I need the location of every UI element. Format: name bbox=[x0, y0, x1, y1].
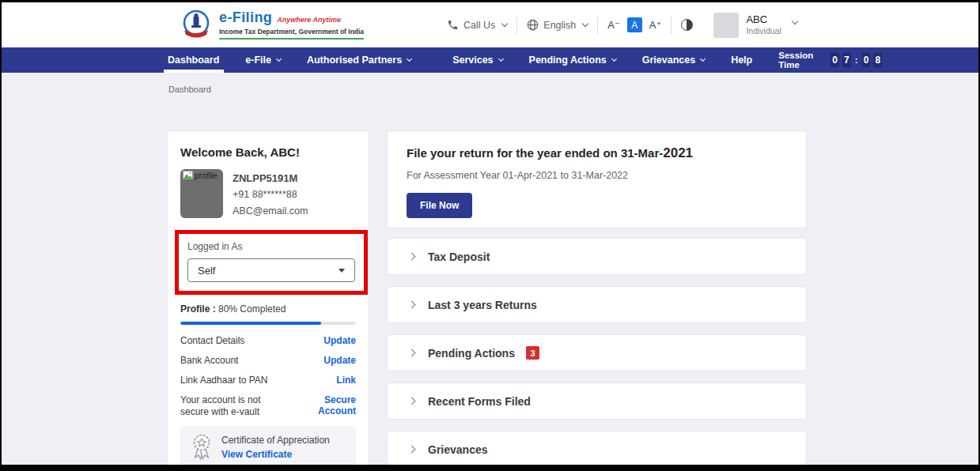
profile-action-links: Contact Details Update Bank Account Upda… bbox=[180, 335, 356, 418]
call-us-menu[interactable]: Call Us bbox=[447, 19, 507, 31]
language-menu[interactable]: English bbox=[527, 19, 588, 31]
nav-item-grievances[interactable]: Grievances bbox=[642, 47, 705, 73]
nav-item-dashboard[interactable]: Dashboard bbox=[168, 47, 219, 73]
certificate-section: Certificate of Appreciation View Certifi… bbox=[180, 426, 356, 465]
chevron-down-icon bbox=[501, 20, 508, 26]
screenshot-frame: e-Filing Anywhere Anytime Income Tax Dep… bbox=[0, 0, 980, 471]
accordion-tax-deposit[interactable]: Tax Deposit bbox=[387, 238, 807, 275]
accordion-recent-forms-filed[interactable]: Recent Forms Filed bbox=[387, 382, 807, 420]
accordion-grievances[interactable]: Grievances bbox=[387, 431, 807, 465]
chevron-down-icon bbox=[276, 56, 282, 62]
chevron-right-icon bbox=[408, 253, 416, 261]
file-return-card: File your return for the year ended on 3… bbox=[387, 130, 807, 228]
profile-summary: profile ZNLPP5191M +91 88******88 ABC@em… bbox=[180, 169, 356, 220]
session-digit: 8 bbox=[873, 53, 882, 67]
user-role: Individual bbox=[746, 25, 781, 36]
nav-item-help[interactable]: Help bbox=[731, 47, 752, 73]
item-label: Your account is not secure with e-vault bbox=[180, 394, 285, 418]
pan-number: ZNLPP5191M bbox=[233, 170, 308, 187]
avatar[interactable] bbox=[713, 13, 739, 38]
font-size-normal-button[interactable]: A bbox=[627, 17, 642, 32]
breadcrumb[interactable]: Dashboard bbox=[168, 85, 211, 94]
session-time-label: Session Time bbox=[778, 51, 823, 70]
broken-image-icon bbox=[183, 171, 193, 179]
logo: e-Filing Anywhere Anytime Income Tax Dep… bbox=[180, 9, 364, 40]
chevron-down-icon bbox=[582, 20, 588, 26]
certificate-title: Certificate of Appreciation bbox=[221, 435, 330, 446]
divider bbox=[168, 228, 369, 228]
user-name: ABC bbox=[746, 14, 781, 25]
logged-in-as-label: Logged in As bbox=[187, 241, 355, 252]
nav-label: Pending Actions bbox=[529, 55, 607, 66]
nav-item-services[interactable]: Services bbox=[452, 47, 502, 73]
item-label: Bank Account bbox=[180, 355, 238, 367]
font-size-controls: A⁻ A A⁺ bbox=[607, 17, 661, 32]
list-item: Your account is not secure with e-vault … bbox=[180, 394, 356, 418]
header-actions: Call Us English A⁻ A A⁺ bbox=[447, 2, 797, 47]
accordion-label: Last 3 years Returns bbox=[428, 299, 537, 311]
file-return-title: File your return for the year ended on 3… bbox=[407, 145, 787, 161]
file-now-button[interactable]: File Now bbox=[407, 193, 472, 218]
update-contact-details-link[interactable]: Update bbox=[324, 335, 356, 346]
logged-in-as-section-highlighted: Logged in As Self bbox=[175, 230, 368, 295]
profile-completion-value: 80% Completed bbox=[218, 303, 286, 315]
chevron-down-icon bbox=[407, 56, 412, 62]
secure-account-link[interactable]: Secure Account bbox=[285, 394, 356, 416]
font-size-increase-button[interactable]: A⁺ bbox=[649, 19, 662, 31]
logo-tagline: Anywhere Anytime bbox=[277, 16, 341, 24]
session-digit: 7 bbox=[842, 53, 851, 67]
font-size-decrease-button[interactable]: A⁻ bbox=[607, 19, 620, 31]
user-info: ABC Individual bbox=[746, 14, 781, 36]
nav-label: e-File bbox=[245, 55, 271, 66]
accordion-last-3-years-returns[interactable]: Last 3 years Returns bbox=[387, 286, 807, 323]
chevron-right-icon bbox=[408, 398, 416, 405]
chevron-down-icon bbox=[611, 56, 617, 62]
nav-label: Grievances bbox=[642, 55, 695, 66]
view-certificate-link[interactable]: View Certificate bbox=[221, 449, 330, 460]
chevron-right-icon bbox=[408, 349, 416, 357]
nav-label: Services bbox=[452, 55, 493, 66]
item-label: Link Aadhaar to PAN bbox=[180, 375, 268, 386]
profile-card: Welcome Back, ABC! profile ZNLPP5191M bbox=[167, 130, 369, 465]
profile-details: ZNLPP5191M +91 88******88 ABC@email.com bbox=[233, 169, 308, 220]
user-menu-chevron-icon[interactable] bbox=[792, 17, 798, 24]
logged-in-as-select[interactable]: Self bbox=[187, 258, 355, 282]
nav-label: Dashboard bbox=[168, 55, 219, 66]
main-nav: Dashboard e-File Authorised Partners Ser… bbox=[2, 47, 978, 73]
right-column: File your return for the year ended on 3… bbox=[387, 130, 807, 465]
profile-progress-bar-fill bbox=[180, 322, 321, 325]
content-area: Dashboard Welcome Back, ABC! profile bbox=[2, 73, 978, 465]
email: ABC@email.com bbox=[233, 203, 308, 220]
list-item: Contact Details Update bbox=[180, 335, 356, 347]
file-return-year: 2021 bbox=[663, 145, 693, 160]
accordion-pending-actions[interactable]: Pending Actions 3 bbox=[387, 334, 807, 371]
contrast-toggle-icon[interactable] bbox=[681, 19, 693, 31]
page: e-Filing Anywhere Anytime Income Tax Dep… bbox=[2, 2, 978, 465]
profile-completion: Profile : 80% Completed bbox=[180, 303, 356, 315]
file-return-title-text: File your return for the year ended on 3… bbox=[407, 146, 663, 160]
header: e-Filing Anywhere Anytime Income Tax Dep… bbox=[2, 2, 978, 47]
welcome-heading: Welcome Back, ABC! bbox=[180, 145, 356, 159]
list-item: Bank Account Update bbox=[180, 355, 356, 367]
nav-item-e-file[interactable]: e-File bbox=[245, 47, 281, 73]
certificate-rosette-icon bbox=[190, 432, 214, 462]
chevron-right-icon bbox=[408, 301, 416, 309]
assessment-year-subtitle: For Assessment Year 01-Apr-2021 to 31-Ma… bbox=[407, 170, 787, 181]
update-bank-account-link[interactable]: Update bbox=[324, 355, 356, 366]
phone-icon bbox=[447, 19, 459, 31]
logo-text: e-Filing Anywhere Anytime Income Tax Dep… bbox=[219, 9, 364, 40]
profile-completion-label: Profile : bbox=[180, 303, 216, 315]
accordion-label: Recent Forms Filed bbox=[428, 395, 531, 408]
pending-actions-count-badge: 3 bbox=[526, 346, 539, 360]
profile-image-placeholder: profile bbox=[180, 169, 223, 218]
nav-item-authorised-partners[interactable]: Authorised Partners bbox=[307, 47, 411, 73]
session-colon: : bbox=[855, 55, 858, 65]
chevron-right-icon bbox=[408, 446, 416, 454]
session-timer: Session Time 0 7 : 0 8 bbox=[778, 51, 882, 70]
divider bbox=[597, 17, 598, 34]
masked-phone: +91 88******88 bbox=[233, 187, 308, 203]
session-digit: 0 bbox=[831, 53, 839, 67]
nav-item-pending-actions[interactable]: Pending Actions bbox=[529, 47, 616, 73]
accordion-label: Tax Deposit bbox=[428, 251, 490, 263]
link-aadhaar-link[interactable]: Link bbox=[336, 375, 356, 386]
